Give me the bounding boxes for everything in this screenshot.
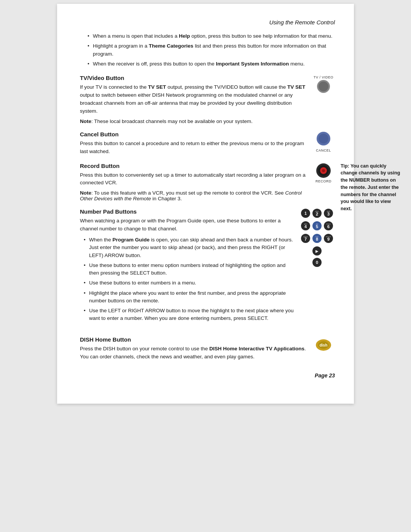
- svg-text:7: 7: [304, 237, 307, 241]
- intro-bullet-list: When a menu is open that includes a Help…: [88, 32, 335, 68]
- tv-video-icon: TV / VIDEO: [312, 75, 335, 94]
- record-section: Record Button Press this button to conve…: [80, 163, 335, 202]
- svg-text:0: 0: [316, 260, 318, 265]
- num-8-icon: tuv 8: [312, 233, 322, 243]
- dish-home-text: DISH Home Button Press the DISH button o…: [80, 336, 312, 361]
- cancel-text: Cancel Button Press this button to cance…: [80, 131, 308, 156]
- num-4-icon: ghi 4: [301, 221, 311, 231]
- numpad-cell-4: ghi 4: [301, 221, 311, 232]
- numpad-cell-3: def 3: [323, 208, 333, 219]
- dish-home-section: DISH Home Button Press the DISH button o…: [80, 336, 335, 361]
- tv-video-section: TV/Video Button If your TV is connected …: [80, 75, 335, 124]
- svg-point-1: [319, 81, 328, 91]
- svg-text:8: 8: [316, 237, 318, 241]
- num-3-icon: def 3: [323, 208, 333, 218]
- svg-text:9: 9: [327, 237, 330, 241]
- numpad-zero-row: 0: [312, 257, 335, 267]
- bullet-item-3: When the receiver is off, press this but…: [88, 60, 335, 68]
- num-9-icon: wxyz 9: [323, 233, 333, 243]
- tv-video-body: If your TV is connected to the TV SET ou…: [80, 83, 308, 115]
- numpad-bullet-3: Use these buttons to enter numbers in a …: [84, 279, 297, 287]
- numpad-cell-7: pqrs 7: [301, 233, 311, 244]
- svg-text:2: 2: [316, 212, 318, 216]
- tv-video-icon-label: TV / VIDEO: [314, 75, 333, 79]
- numpad-bullet-4: Highlight the place where you want to en…: [84, 289, 297, 305]
- numpad-text: Number Pad Buttons When watching a progr…: [80, 208, 301, 329]
- dish-home-icon: dish: [312, 336, 335, 354]
- bold-help: Help: [179, 33, 190, 39]
- numpad-bullet-list: When the Program Guide is open, you can …: [84, 236, 297, 323]
- svg-point-7: [322, 169, 325, 172]
- numpad-section: Number Pad Buttons When watching a progr…: [80, 208, 335, 329]
- cancel-icon: CANCEL: [312, 131, 335, 152]
- numpad-bullet-2: Use these buttons to enter menu option n…: [84, 262, 297, 277]
- num-1-icon: 1: [301, 208, 311, 218]
- record-icon-area: RECORD: [312, 163, 335, 183]
- tv-video-button-icon: [316, 79, 331, 94]
- tv-video-note: Note: These local broadcast channels may…: [80, 118, 308, 124]
- page-header-title: Using the Remote Control: [80, 19, 335, 26]
- numpad-bullet-5: Use the LEFT or RIGHT ARROW button to mo…: [84, 307, 297, 323]
- num-5-icon: jkl 5: [312, 221, 322, 231]
- num-6-icon: mno 6: [323, 221, 333, 231]
- numpad-grid: 1 abc 2 def 3: [301, 208, 335, 244]
- bullet-item-1: When a menu is open that includes a Help…: [88, 32, 335, 40]
- cancel-section: Cancel Button Press this button to cance…: [80, 131, 335, 156]
- dish-home-title: DISH Home Button: [80, 336, 308, 343]
- bold-important: Important System Information: [216, 61, 289, 67]
- numpad-cell-2: abc 2: [312, 208, 322, 219]
- svg-text:▶: ▶: [315, 249, 319, 253]
- num-0-icon: 0: [312, 257, 322, 267]
- svg-point-3: [319, 134, 328, 144]
- cancel-button-icon: [316, 131, 331, 148]
- numpad-cell-5: jkl 5: [312, 221, 322, 232]
- cancel-body: Press this button to cancel a procedure …: [80, 140, 308, 156]
- svg-text:dish: dish: [320, 343, 328, 347]
- numpad-bullet-1: When the Program Guide is open, you can …: [84, 236, 297, 259]
- page: Using the Remote Control When a menu is …: [57, 4, 354, 404]
- tv-video-text: TV/Video Button If your TV is connected …: [80, 75, 308, 124]
- num-2-icon: abc 2: [312, 208, 322, 218]
- dish-home-content: DISH Home Button Press the DISH button o…: [80, 336, 335, 361]
- numpad-title: Number Pad Buttons: [80, 208, 297, 215]
- bold-theme-cat: Theme Categories: [149, 43, 193, 49]
- numpad-cell-1: 1: [301, 208, 311, 219]
- cancel-icon-label: CANCEL: [316, 149, 331, 152]
- numpad-body: When watching a program or with the Prog…: [80, 217, 297, 233]
- record-body: Press this button to conveniently set up…: [80, 171, 308, 187]
- svg-text:3: 3: [327, 212, 330, 216]
- record-title: Record Button: [80, 163, 308, 169]
- bullet-item-2: Highlight a program in a Theme Categorie…: [88, 42, 335, 58]
- dish-home-button-icon: dish: [315, 336, 332, 354]
- numpad-cell-9: wxyz 9: [323, 233, 333, 244]
- numpad-cell-8: tuv 8: [312, 233, 322, 244]
- numpad-cell-6: mno 6: [323, 221, 333, 232]
- numpad-grid-area: 1 abc 2 def 3: [301, 208, 335, 267]
- num-7-icon: pqrs 7: [301, 233, 311, 243]
- record-text: Record Button Press this button to conve…: [80, 163, 312, 202]
- record-button-icon: [315, 163, 331, 179]
- num-arrow-icon: ▶: [312, 246, 322, 256]
- numpad-bottom-row: ▶: [312, 246, 335, 256]
- record-icon-label: RECORD: [315, 179, 331, 183]
- dish-home-body: Press the DISH button on your remote con…: [80, 345, 308, 361]
- record-note: Note: To use this feature with a VCR, yo…: [80, 190, 308, 201]
- svg-text:5: 5: [316, 224, 318, 229]
- page-number: Page 23: [80, 372, 335, 379]
- svg-text:6: 6: [327, 224, 330, 229]
- svg-text:4: 4: [304, 224, 307, 229]
- tip-box: Tip: You can quickly change channels by …: [341, 163, 401, 212]
- cancel-title: Cancel Button: [80, 131, 308, 137]
- svg-text:1: 1: [304, 211, 307, 216]
- tv-video-title: TV/Video Button: [80, 75, 308, 81]
- tip-text: Tip: You can quickly change channels by …: [341, 163, 400, 212]
